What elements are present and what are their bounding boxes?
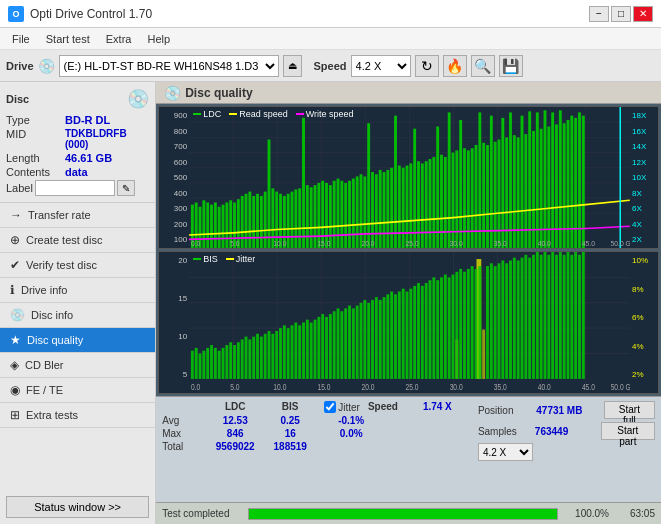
- svg-rect-164: [264, 334, 267, 379]
- svg-rect-211: [444, 275, 447, 379]
- svg-rect-196: [387, 294, 390, 379]
- svg-rect-63: [367, 123, 370, 248]
- sidebar-item-create-test-disc[interactable]: ⊕ Create test disc: [0, 228, 155, 253]
- close-button[interactable]: ✕: [633, 6, 653, 22]
- svg-text:0.0: 0.0: [191, 239, 200, 247]
- sidebar-item-transfer-rate[interactable]: → Transfer rate: [0, 203, 155, 228]
- cd-bler-icon: ◈: [10, 358, 19, 372]
- svg-rect-32: [249, 192, 252, 248]
- svg-rect-47: [306, 185, 309, 248]
- sidebar-item-disc-quality[interactable]: ★ Disc quality: [0, 328, 155, 353]
- toolbar: Drive 💿 (E:) HL-DT-ST BD-RE WH16NS48 1.D…: [0, 50, 661, 82]
- start-full-button[interactable]: Start full: [604, 401, 655, 419]
- y-right-8x: 8X: [630, 189, 658, 198]
- svg-rect-23: [214, 202, 217, 248]
- disc-section: Disc 💿 Type BD-R DL MID TDKBLDRFB (000) …: [0, 82, 155, 203]
- nav-label-cd-bler: CD Bler: [25, 359, 64, 371]
- svg-rect-192: [371, 300, 374, 379]
- svg-rect-205: [421, 286, 424, 379]
- svg-rect-184: [341, 311, 344, 379]
- y-label-700: 700: [159, 142, 189, 151]
- legend-ldc-label: LDC: [203, 109, 221, 119]
- menu-file[interactable]: File: [4, 31, 38, 47]
- svg-rect-197: [390, 291, 393, 378]
- svg-rect-118: [578, 112, 581, 248]
- drive-info-icon: ℹ: [10, 283, 15, 297]
- svg-text:10.0: 10.0: [274, 239, 287, 247]
- start-part-button[interactable]: Start part: [601, 422, 655, 440]
- svg-rect-228: [502, 260, 505, 378]
- nav-label-extra-tests: Extra tests: [26, 409, 78, 421]
- svg-rect-210: [440, 277, 443, 379]
- svg-rect-79: [429, 159, 432, 248]
- speed-value: 1.74 X: [423, 401, 478, 413]
- avg-label: Avg: [162, 415, 206, 426]
- svg-rect-71: [398, 166, 401, 248]
- svg-rect-200: [402, 289, 405, 379]
- maximize-button[interactable]: □: [611, 6, 631, 22]
- svg-rect-43: [291, 192, 294, 248]
- sidebar-item-extra-tests[interactable]: ⊞ Extra tests: [0, 403, 155, 428]
- svg-rect-68: [387, 170, 390, 248]
- svg-rect-195: [383, 297, 386, 379]
- svg-rect-78: [425, 161, 428, 248]
- save-button[interactable]: 💾: [499, 55, 523, 77]
- svg-rect-87: [459, 120, 462, 248]
- svg-rect-186: [348, 306, 351, 379]
- svg-rect-86: [456, 150, 459, 248]
- svg-rect-34: [256, 194, 259, 248]
- speed-dropdown[interactable]: 4.2 X: [478, 443, 533, 461]
- ldc-dot: [193, 113, 201, 115]
- y-right-16x: 16X: [630, 127, 658, 136]
- y-label-400: 400: [159, 189, 189, 198]
- legend-bis-label: BIS: [203, 254, 218, 264]
- scan-button[interactable]: 🔍: [471, 55, 495, 77]
- svg-rect-231: [513, 258, 516, 379]
- menu-extra[interactable]: Extra: [98, 31, 140, 47]
- svg-rect-198: [394, 294, 397, 379]
- svg-rect-240: [548, 255, 551, 379]
- refresh-button[interactable]: ↻: [415, 55, 439, 77]
- progress-bar-container: [248, 508, 558, 520]
- length-value: 46.61 GB: [65, 152, 112, 164]
- svg-rect-96: [494, 142, 497, 248]
- progress-time: 63:05: [615, 508, 655, 519]
- drive-label: Drive: [6, 60, 34, 72]
- legend-jitter-label: Jitter: [236, 254, 256, 264]
- label-input[interactable]: [35, 180, 115, 196]
- minimize-button[interactable]: −: [589, 6, 609, 22]
- y2-right-8: 8%: [630, 285, 658, 294]
- svg-rect-69: [390, 168, 393, 248]
- svg-rect-152: [218, 351, 221, 379]
- chart2-svg: 0.0 5.0 10.0 15.0 20.0 25.0 30.0 35.0 40…: [189, 252, 630, 393]
- svg-rect-199: [398, 291, 401, 378]
- eject-button[interactable]: ⏏: [283, 55, 302, 77]
- y-right-2x: 2X: [630, 235, 658, 244]
- sidebar-item-fe-te[interactable]: ◉ FE / TE: [0, 378, 155, 403]
- sidebar-item-disc-info[interactable]: 💿 Disc info: [0, 303, 155, 328]
- svg-rect-66: [379, 170, 382, 248]
- y2-label-5: 5: [159, 370, 189, 379]
- svg-rect-244: [563, 255, 566, 379]
- svg-rect-107: [536, 112, 539, 248]
- burn-button[interactable]: 🔥: [443, 55, 467, 77]
- menu-help[interactable]: Help: [139, 31, 178, 47]
- sidebar-item-drive-info[interactable]: ℹ Drive info: [0, 278, 155, 303]
- sidebar-item-cd-bler[interactable]: ◈ CD Bler: [0, 353, 155, 378]
- sidebar-item-verify-test-disc[interactable]: ✔ Verify test disc: [0, 253, 155, 278]
- speed-select[interactable]: 4.2 X: [351, 55, 411, 77]
- drive-select[interactable]: (E:) HL-DT-ST BD-RE WH16NS48 1.D3: [59, 55, 279, 77]
- svg-text:50.0 GB: 50.0 GB: [611, 239, 630, 247]
- menubar: File Start test Extra Help: [0, 28, 661, 50]
- disc-section-title: Disc: [6, 93, 29, 105]
- jitter-checkbox[interactable]: [324, 401, 336, 413]
- position-label: Position: [478, 405, 532, 416]
- svg-rect-153: [222, 348, 225, 379]
- svg-rect-227: [498, 263, 501, 379]
- menu-start-test[interactable]: Start test: [38, 31, 98, 47]
- status-window-button[interactable]: Status window >>: [6, 496, 149, 518]
- svg-rect-180: [325, 317, 328, 379]
- svg-rect-101: [513, 135, 516, 248]
- svg-rect-89: [467, 150, 470, 248]
- label-edit-button[interactable]: ✎: [117, 180, 135, 196]
